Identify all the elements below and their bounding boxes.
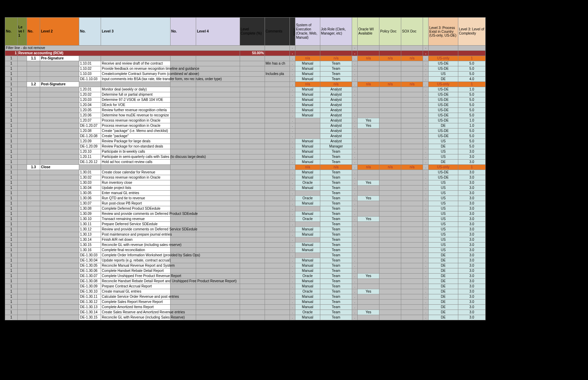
row-role: Team <box>320 186 352 191</box>
row-country: DE <box>429 284 458 289</box>
row-desc: Complete Handset Rebate Detail Report <box>101 268 171 274</box>
row-role: Team <box>320 160 352 165</box>
row-no: 1.20.02 <box>79 92 101 97</box>
row-complex: 5.0 <box>458 113 485 118</box>
row-complex: 1.0 <box>458 123 485 129</box>
hdr-comments: Comments <box>265 18 290 46</box>
row-role: Team <box>320 175 352 180</box>
row-comment <box>265 248 290 253</box>
row-complex: 3.0 <box>458 196 485 201</box>
hdr-owi: Oracle WI Available <box>358 18 379 46</box>
row-sys: Oracle <box>295 289 320 294</box>
group-title: Post-Signature <box>40 82 79 87</box>
row-complex: 3.0 <box>458 222 485 227</box>
row-owi <box>358 72 379 77</box>
row-no: DE-1.30.07 <box>79 274 101 279</box>
hdr-no2: No. <box>27 18 40 46</box>
hdr-country: Level 3: Process Exist in Country (US-on… <box>429 18 458 46</box>
hdr-sys: System of Execution (Oracle, Web, Manual… <box>295 18 320 46</box>
row-no: 1.20.05 <box>79 108 101 113</box>
row-country: US <box>429 201 458 206</box>
row-desc: Prepare Contract Accrual Report <box>101 284 171 289</box>
row-owi <box>358 201 379 206</box>
row-no: 1.10.02 <box>79 66 101 72</box>
row-sys <box>295 134 320 139</box>
row-owi <box>358 300 379 305</box>
row-desc: Review and provide comments on Deferred … <box>101 211 171 217</box>
row-sys: Manual <box>295 232 320 237</box>
row-country: DE <box>429 253 458 258</box>
row-sys <box>295 206 320 211</box>
row-no: DE-1.30.09 <box>79 284 101 289</box>
hdr-lvl1: Le ve l 1 <box>18 18 27 46</box>
row-complex: 3.0 <box>458 217 485 222</box>
row-comment <box>265 206 290 211</box>
row-role: Team <box>320 206 352 211</box>
row-complex: 5.0 <box>458 97 485 103</box>
row-country: US-DE <box>429 108 458 113</box>
row-owi <box>358 248 379 253</box>
row-no: 1.20.04 <box>79 103 101 108</box>
row-country: US <box>429 139 458 144</box>
row-country: DE <box>429 263 458 268</box>
row-owi <box>358 113 379 118</box>
row-owi <box>358 253 379 258</box>
row-complex: 3.0 <box>458 206 485 211</box>
row-no: DE-1.30.12 <box>79 300 101 305</box>
row-country: DE <box>429 310 458 315</box>
row-role: Team <box>320 274 352 279</box>
row-no: DE-1.30.11 <box>79 294 101 300</box>
row-no: DE-1.20.12 <box>79 160 101 165</box>
row-desc: Review Package for large deals <box>101 139 171 144</box>
row-role: Analyst <box>320 139 352 144</box>
row-complex: 3.0 <box>458 305 485 310</box>
row-owi: Yes <box>358 118 379 123</box>
row-sys <box>295 118 320 123</box>
row-comment <box>265 118 290 123</box>
row-desc: Review and provide comments on Deferred … <box>101 227 171 232</box>
row-comment <box>265 284 290 289</box>
row-country: US <box>429 196 458 201</box>
row-complex: 3.0 <box>458 154 485 160</box>
row-role: Team <box>320 66 352 72</box>
row-country: US-DE <box>429 134 458 139</box>
row-owi <box>358 129 379 134</box>
filter-line: Filter line - do not remove <box>5 46 265 51</box>
row-role: Team <box>320 191 352 196</box>
row-complex: 3.0 <box>458 201 485 206</box>
row-comment <box>265 289 290 294</box>
row-sys: Manual <box>295 300 320 305</box>
row-comment <box>265 310 290 315</box>
row-desc: Update project lists <box>101 186 171 191</box>
row-complex: 3.0 <box>458 274 485 279</box>
row-sys: Manual <box>295 294 320 300</box>
row-no: 1.30.02 <box>79 175 101 180</box>
row-sys: Manual <box>295 227 320 232</box>
row-owi <box>358 243 379 248</box>
row-desc: Participate in bi-weekly calls <box>101 149 171 154</box>
row-desc: Reconcile GL with revenue (including sal… <box>101 243 171 248</box>
row-desc: Calculate Service Order Revenue and post… <box>101 294 171 300</box>
row-sys <box>295 222 320 227</box>
row-owi <box>358 77 379 82</box>
row-desc: Reconcile Handset Rebate Detail Report a… <box>101 279 171 284</box>
row-comment <box>265 139 290 144</box>
row-role: Team <box>320 232 352 237</box>
row-desc: Create/complete Contract Summary Form (c… <box>101 72 171 77</box>
row-sys <box>295 129 320 134</box>
row-role: Team <box>320 268 352 274</box>
hdr-lvl2: Level 2 <box>40 18 79 46</box>
row-sys: Manual <box>295 113 320 118</box>
row-comment <box>265 180 290 186</box>
row-role: Analyst <box>320 113 352 118</box>
row-role: Team <box>320 289 352 294</box>
row-country: DE <box>429 268 458 274</box>
row-owi <box>358 139 379 144</box>
row-complex: 3.0 <box>458 300 485 305</box>
row-comment <box>265 97 290 103</box>
row-sys: Manual <box>295 61 320 66</box>
row-desc: Determine full or partial shipment <box>101 92 171 97</box>
row-owi <box>358 66 379 72</box>
row-desc: Update reports (e.g. rebate, contract ac… <box>101 258 171 263</box>
row-sys: Manual <box>295 66 320 72</box>
